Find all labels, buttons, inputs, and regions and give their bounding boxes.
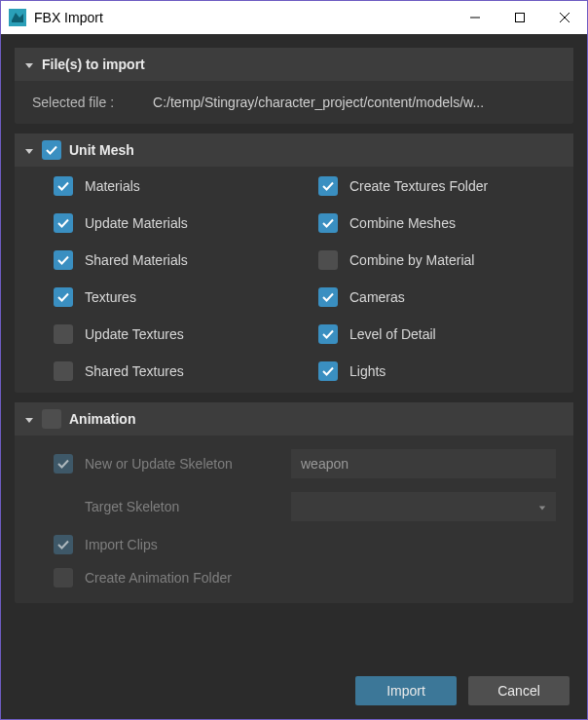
unit-mesh-checkbox[interactable]	[42, 140, 61, 160]
animation-checkbox[interactable]	[42, 409, 61, 429]
selected-file-value: C:/temp/Stingray/character_project/conte…	[153, 95, 556, 110]
fbx-import-window: FBX Import File(s) to import Selected fi…	[0, 0, 588, 720]
opt-update-textures: Update Textures	[54, 324, 295, 344]
skeleton-input[interactable]	[291, 449, 556, 478]
unit-mesh-header[interactable]: Unit Mesh	[15, 133, 573, 167]
selected-file-label: Selected file :	[32, 95, 114, 110]
checkbox-import-clips	[54, 535, 73, 554]
label-shared-materials: Shared Materials	[85, 252, 188, 268]
svg-marker-5	[25, 63, 33, 68]
label-skeleton: New or Update Skeleton	[85, 456, 279, 472]
unit-mesh-label: Unit Mesh	[69, 142, 134, 158]
opt-shared-materials: Shared Materials	[54, 250, 295, 270]
label-target-skeleton: Target Skeleton	[85, 499, 279, 514]
chevron-down-icon	[538, 499, 546, 514]
maximize-button[interactable]	[497, 1, 542, 34]
label-create-textures-folder: Create Textures Folder	[349, 178, 488, 194]
unit-mesh-panel: Unit Mesh Materials Create Textures Fold…	[15, 133, 573, 393]
label-materials: Materials	[85, 178, 140, 194]
files-panel: File(s) to import Selected file : C:/tem…	[15, 48, 573, 124]
row-target-skeleton: Target Skeleton	[54, 492, 556, 521]
animation-panel: Animation New or Update Skeleton Target …	[15, 402, 573, 603]
dialog-body: File(s) to import Selected file : C:/tem…	[1, 34, 587, 719]
row-import-clips: Import Clips	[54, 535, 556, 554]
label-update-materials: Update Materials	[85, 215, 188, 231]
checkbox-combine-meshes[interactable]	[318, 213, 338, 233]
checkbox-level-of-detail[interactable]	[318, 324, 338, 344]
minimize-button[interactable]	[453, 1, 497, 34]
checkbox-lights[interactable]	[318, 361, 338, 381]
svg-rect-2	[516, 14, 525, 22]
checkbox-create-anim-folder	[54, 568, 73, 587]
opt-materials: Materials	[54, 176, 295, 196]
label-update-textures: Update Textures	[85, 326, 184, 342]
selected-file-row: Selected file : C:/temp/Stingray/charact…	[15, 81, 573, 124]
checkbox-textures[interactable]	[54, 287, 73, 307]
close-button[interactable]	[542, 1, 587, 34]
opt-create-textures-folder: Create Textures Folder	[318, 176, 560, 196]
app-icon	[9, 9, 26, 26]
checkbox-cameras[interactable]	[318, 287, 338, 307]
checkbox-combine-by-material[interactable]	[318, 250, 338, 270]
cancel-button[interactable]: Cancel	[468, 676, 570, 705]
chevron-down-icon	[24, 60, 34, 70]
label-level-of-detail: Level of Detail	[349, 326, 436, 342]
opt-level-of-detail: Level of Detail	[318, 324, 560, 344]
label-create-anim-folder: Create Animation Folder	[85, 570, 279, 586]
checkbox-shared-materials[interactable]	[54, 250, 73, 270]
label-combine-by-material: Combine by Material	[349, 252, 474, 268]
row-skeleton: New or Update Skeleton	[54, 449, 556, 478]
opt-combine-meshes: Combine Meshes	[318, 213, 560, 233]
titlebar: FBX Import	[1, 1, 587, 34]
animation-header[interactable]: Animation	[15, 402, 573, 436]
opt-update-materials: Update Materials	[54, 213, 295, 233]
import-button[interactable]: Import	[355, 676, 457, 705]
opt-lights: Lights	[318, 361, 560, 381]
opt-textures: Textures	[54, 287, 295, 307]
opt-cameras: Cameras	[318, 287, 560, 307]
opt-combine-by-material: Combine by Material	[318, 250, 560, 270]
label-shared-textures: Shared Textures	[85, 363, 184, 379]
checkbox-create-textures-folder[interactable]	[318, 176, 338, 196]
checkbox-update-textures[interactable]	[54, 324, 73, 344]
chevron-down-icon	[24, 146, 34, 156]
checkbox-update-materials[interactable]	[54, 213, 73, 233]
label-combine-meshes: Combine Meshes	[349, 215, 456, 231]
opt-shared-textures: Shared Textures	[54, 361, 295, 381]
checkbox-materials[interactable]	[54, 176, 73, 196]
svg-marker-7	[25, 418, 33, 423]
animation-label: Animation	[69, 411, 135, 427]
files-header-label: File(s) to import	[42, 57, 145, 72]
button-row: Import Cancel	[15, 666, 573, 709]
files-panel-header[interactable]: File(s) to import	[15, 48, 573, 81]
unit-mesh-options: Materials Create Textures Folder Update …	[54, 176, 560, 381]
label-lights: Lights	[349, 363, 386, 379]
label-import-clips: Import Clips	[85, 537, 279, 552]
chevron-down-icon	[24, 415, 34, 425]
window-title: FBX Import	[34, 10, 103, 25]
checkbox-skeleton	[54, 454, 73, 474]
label-textures: Textures	[85, 289, 136, 305]
checkbox-shared-textures[interactable]	[54, 361, 73, 381]
svg-marker-8	[539, 506, 545, 510]
target-skeleton-select[interactable]	[291, 492, 556, 521]
label-cameras: Cameras	[349, 289, 405, 305]
row-create-anim-folder: Create Animation Folder	[54, 568, 556, 587]
svg-marker-6	[25, 149, 33, 154]
